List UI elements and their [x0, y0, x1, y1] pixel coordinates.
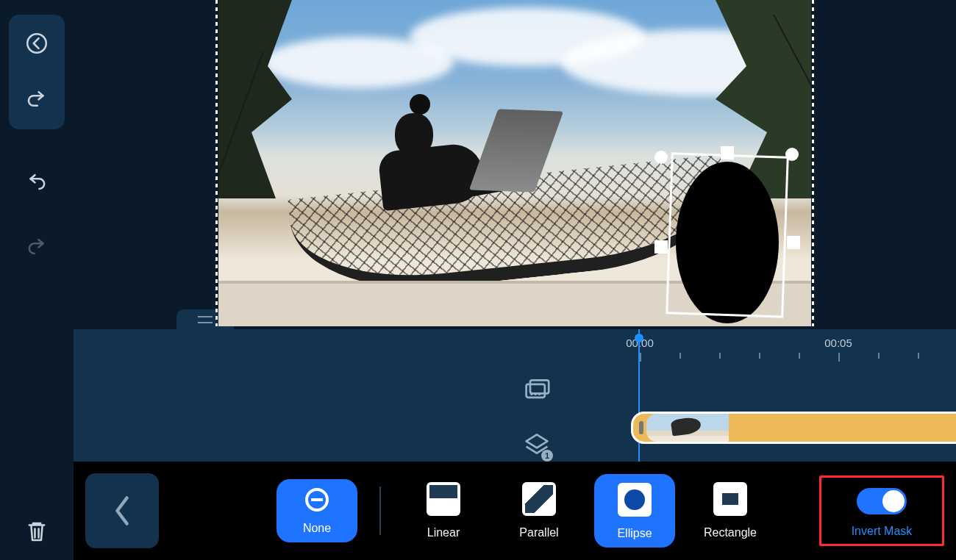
mask-option-linear[interactable]: Linear	[403, 482, 484, 539]
left-sidebar	[0, 0, 74, 560]
trash-icon[interactable]	[23, 517, 51, 545]
frame-edge-left	[215, 0, 218, 326]
preview-area	[74, 0, 956, 329]
invert-mask-toggle[interactable]: Invert Mask	[819, 475, 944, 546]
invert-mask-label: Invert Mask	[852, 525, 913, 538]
layers-icon[interactable]: 1	[522, 431, 552, 460]
svg-rect-2	[530, 380, 549, 393]
mask-selection[interactable]	[654, 140, 801, 326]
mask-option-parallel[interactable]: Parallel	[499, 482, 579, 539]
rectangle-icon	[713, 482, 747, 516]
main-column: 1 00:00 00:05	[74, 0, 956, 560]
clip-thumbnail	[646, 414, 729, 442]
redo-icon[interactable]	[23, 231, 51, 259]
mask-handle[interactable]	[721, 146, 734, 159]
mask-option-label: Rectangle	[704, 526, 757, 539]
track-icons: 1	[522, 376, 552, 460]
none-icon	[305, 488, 329, 511]
mask-handle[interactable]	[787, 236, 800, 249]
undo-icon[interactable]	[23, 166, 51, 194]
timeline-panel: 1 00:00 00:05	[74, 329, 956, 462]
mask-handle[interactable]	[785, 148, 799, 161]
parallel-icon	[522, 482, 556, 516]
mask-bounding-box[interactable]	[666, 152, 789, 317]
frame-edge-right	[812, 0, 814, 326]
mask-option-label: Ellipse	[617, 527, 652, 540]
svg-point-3	[530, 393, 533, 396]
svg-point-0	[27, 34, 46, 53]
mask-toolbar: None Linear Parallel Ellipse Rectan	[74, 462, 956, 560]
ellipse-icon	[618, 483, 652, 517]
mask-option-label: Parallel	[519, 526, 558, 539]
sidebar-group	[9, 15, 65, 129]
video-content	[218, 0, 811, 326]
linear-icon	[427, 482, 460, 516]
mask-option-label: None	[303, 522, 331, 535]
video-clip[interactable]	[631, 412, 956, 444]
video-frame[interactable]	[218, 0, 811, 326]
divider	[379, 487, 381, 535]
mask-options: None Linear Parallel Ellipse Rectan	[188, 474, 944, 548]
frames-icon[interactable]	[522, 376, 552, 406]
mask-option-none[interactable]: None	[277, 479, 357, 542]
mask-handle[interactable]	[654, 151, 668, 164]
mask-handle[interactable]	[654, 240, 668, 254]
time-ruler[interactable]: 00:00 00:05	[552, 337, 956, 362]
back-circle-icon[interactable]	[23, 29, 51, 57]
svg-point-5	[538, 393, 541, 396]
mask-option-label: Linear	[427, 526, 460, 539]
mask-option-rectangle[interactable]: Rectangle	[690, 482, 771, 539]
toggle-switch[interactable]	[857, 488, 907, 514]
svg-point-4	[534, 393, 537, 396]
app-root: 1 00:00 00:05	[0, 0, 956, 560]
ruler-label: 00:05	[824, 337, 852, 349]
revert-icon[interactable]	[23, 87, 51, 115]
toolbar-back-button[interactable]	[85, 473, 159, 548]
timeline-tracks[interactable]: 00:00 00:05	[552, 329, 956, 462]
mask-option-ellipse[interactable]: Ellipse	[594, 474, 675, 548]
